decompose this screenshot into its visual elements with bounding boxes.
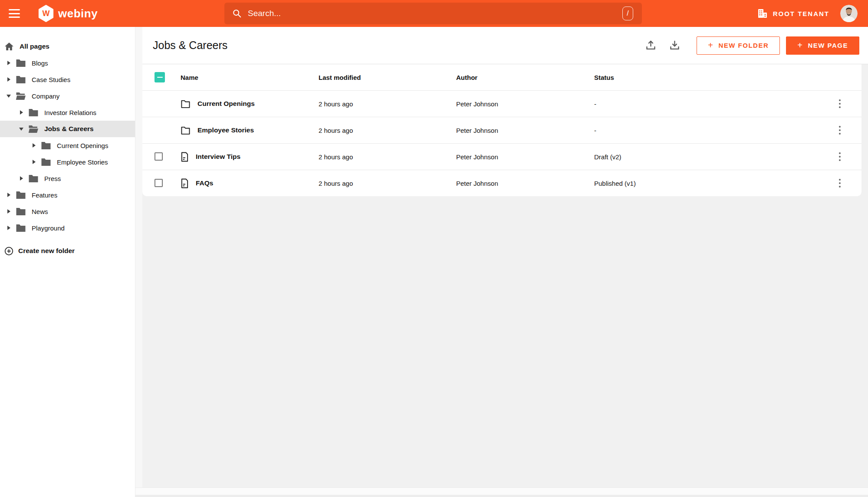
webiny-logo: W webiny: [38, 5, 98, 22]
row-status: -: [594, 100, 829, 108]
sidebar-item-current-openings[interactable]: Current Openings: [0, 137, 135, 154]
avatar-photo: [840, 5, 858, 22]
plus-icon: +: [797, 40, 803, 50]
row-name-cell: Employee Stories: [181, 126, 319, 135]
row-status: Draft (v2): [594, 153, 829, 161]
row-author: Peter Johnson: [456, 100, 594, 108]
column-header-status: Status: [594, 74, 829, 81]
search-bar[interactable]: /: [224, 3, 642, 24]
folder-icon: [16, 207, 26, 216]
table-header-row: Name Last modified Author Status: [142, 64, 861, 90]
chevron-right-icon: [6, 77, 11, 82]
row-author: Peter Johnson: [456, 127, 594, 134]
sidebar-item-jobs-careers[interactable]: Jobs & Careers: [0, 121, 135, 137]
sidebar-item-company[interactable]: Company: [0, 88, 135, 104]
building-icon: [757, 9, 768, 18]
row-checkbox-cell: [155, 179, 181, 188]
row-checkbox[interactable]: [155, 152, 163, 161]
chevron-right-icon: [19, 176, 24, 181]
table-row-employee-stories[interactable]: Employee Stories 2 hours ago Peter Johns…: [142, 117, 861, 143]
table-row-current-openings[interactable]: Current Openings 2 hours ago Peter Johns…: [142, 90, 861, 117]
folder-icon: [28, 174, 39, 183]
chevron-right-icon: [31, 143, 36, 148]
content-header: Jobs & Careers + NEW FOLDER + NEW PAGE: [142, 27, 868, 64]
new-page-button[interactable]: + NEW PAGE: [786, 36, 859, 55]
column-header-modified: Last modified: [319, 74, 456, 81]
search-shortcut-key: /: [622, 7, 633, 20]
row-status: -: [594, 127, 829, 134]
row-status: Published (v1): [594, 180, 829, 187]
folder-outline-icon: [181, 126, 191, 135]
row-modified: 2 hours ago: [319, 100, 456, 108]
appbar-right-cluster: ROOT TENANT: [757, 0, 858, 27]
row-actions-kebab-icon[interactable]: [836, 123, 844, 138]
export-button[interactable]: [669, 39, 681, 51]
download-icon: [669, 39, 681, 51]
folder-icon: [16, 224, 26, 232]
chevron-right-icon: [6, 60, 11, 66]
pages-table: Name Last modified Author Status Current…: [142, 64, 861, 196]
chevron-right-icon: [31, 159, 36, 165]
sidebar-item-all-pages[interactable]: All pages: [0, 38, 135, 55]
tenant-selector[interactable]: ROOT TENANT: [757, 9, 829, 18]
search-input[interactable]: [248, 9, 634, 18]
row-modified: 2 hours ago: [319, 127, 456, 134]
sidebar-item-employee-stories[interactable]: Employee Stories: [0, 154, 135, 170]
sidebar-item-blogs[interactable]: Blogs: [0, 55, 135, 71]
import-button[interactable]: [645, 39, 657, 51]
row-name-cell: Current Openings: [181, 99, 319, 108]
folder-open-icon: [16, 92, 26, 100]
row-modified: 2 hours ago: [319, 153, 456, 161]
row-actions-kebab-icon[interactable]: [836, 97, 844, 111]
folder-icon: [41, 142, 51, 150]
brand-wordmark: webiny: [58, 7, 98, 20]
page-title: Jobs & Careers: [153, 39, 227, 52]
page-document-icon: [181, 152, 189, 162]
chevron-right-icon: [6, 192, 11, 197]
sidebar-item-investor-relations[interactable]: Investor Relations: [0, 104, 135, 121]
plus-circle-icon: [4, 247, 13, 256]
plus-icon: +: [708, 40, 713, 50]
chevron-right-icon: [6, 209, 11, 214]
row-checkbox-cell: [155, 152, 181, 161]
row-name-cell: Interview Tips: [181, 152, 319, 162]
horizontal-scrollbar-track[interactable]: [135, 487, 868, 495]
select-all-checkbox[interactable]: [155, 72, 165, 82]
sidebar-item-case-studies[interactable]: Case Studies: [0, 71, 135, 88]
row-actions-kebab-icon[interactable]: [836, 150, 844, 164]
row-name-cell: FAQs: [181, 178, 319, 188]
chevron-down-icon: [19, 126, 24, 132]
bottom-edge-divider: [135, 495, 868, 497]
upload-icon: [645, 39, 657, 51]
column-header-author: Author: [456, 74, 594, 81]
svg-text:W: W: [43, 9, 50, 18]
sidebar-item-news[interactable]: News: [0, 203, 135, 220]
sidebar-scrollbar-track[interactable]: [135, 27, 142, 497]
folder-icon: [16, 191, 26, 199]
row-actions-kebab-icon[interactable]: [836, 176, 844, 191]
folder-icon: [16, 76, 26, 84]
new-folder-button[interactable]: + NEW FOLDER: [697, 36, 780, 55]
column-header-name: Name: [181, 74, 319, 81]
folder-icon: [16, 59, 26, 67]
folder-icon: [28, 109, 39, 117]
home-icon: [4, 42, 14, 51]
row-author: Peter Johnson: [456, 153, 594, 161]
row-modified: 2 hours ago: [319, 180, 456, 187]
sidebar-item-press[interactable]: Press: [0, 170, 135, 187]
sidebar-item-features[interactable]: Features: [0, 187, 135, 203]
row-checkbox[interactable]: [155, 179, 163, 187]
user-avatar[interactable]: [840, 5, 858, 22]
folder-outline-icon: [181, 99, 191, 108]
page-document-icon: [181, 178, 189, 188]
chevron-right-icon: [6, 225, 11, 230]
chevron-down-icon: [6, 93, 11, 99]
table-row-interview-tips[interactable]: Interview Tips 2 hours ago Peter Johnson…: [142, 143, 861, 170]
webiny-hexagon-icon: W: [38, 5, 54, 22]
folder-tree-sidebar: All pages Blogs Case Studies Company Inv…: [0, 27, 135, 497]
hamburger-menu-icon[interactable]: [9, 9, 20, 18]
chevron-right-icon: [19, 110, 24, 115]
create-new-folder-button[interactable]: Create new folder: [0, 242, 135, 260]
sidebar-item-playground[interactable]: Playground: [0, 220, 135, 236]
table-row-faqs[interactable]: FAQs 2 hours ago Peter Johnson Published…: [142, 170, 861, 196]
